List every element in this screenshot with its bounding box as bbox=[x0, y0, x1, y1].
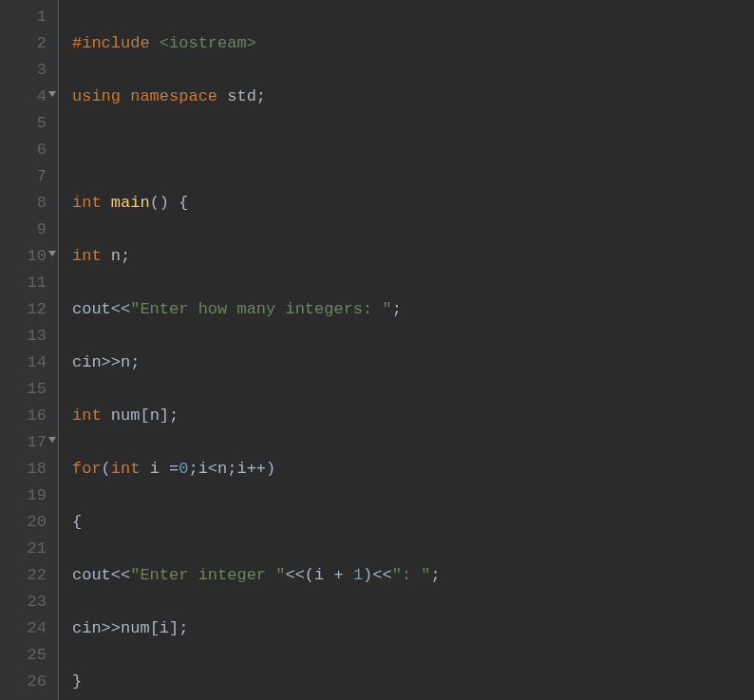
code-editor[interactable]: #include <iostream> using namespace std;… bbox=[59, 0, 754, 700]
line-number[interactable]: 13 bbox=[8, 323, 47, 350]
line-number[interactable]: 25 bbox=[8, 642, 47, 669]
line-number[interactable]: 2 bbox=[8, 30, 47, 57]
fold-marker-icon[interactable] bbox=[48, 437, 56, 443]
line-number[interactable]: 7 bbox=[8, 163, 47, 190]
code-line-8[interactable]: int num[n]; bbox=[72, 403, 754, 429]
code-line-1[interactable]: #include <iostream> bbox=[72, 30, 754, 57]
fold-marker-icon[interactable] bbox=[48, 251, 56, 256]
line-number[interactable]: 21 bbox=[8, 536, 47, 562]
line-number[interactable]: 11 bbox=[8, 270, 47, 296]
line-number[interactable]: 20 bbox=[8, 509, 47, 536]
code-line-4[interactable]: int main() { bbox=[72, 190, 754, 217]
line-number[interactable]: 5 bbox=[8, 110, 47, 137]
line-number[interactable]: 12 bbox=[8, 296, 47, 323]
line-number[interactable]: 8 bbox=[8, 190, 47, 217]
line-number[interactable]: 16 bbox=[8, 403, 47, 429]
line-number[interactable]: 3 bbox=[8, 57, 47, 84]
line-number[interactable]: 24 bbox=[8, 615, 47, 642]
line-number[interactable]: 15 bbox=[8, 376, 47, 403]
code-line-9[interactable]: for(int i =0;i<n;i++) bbox=[72, 456, 754, 482]
code-line-2[interactable]: using namespace std; bbox=[72, 84, 754, 110]
line-number[interactable]: 19 bbox=[8, 482, 47, 509]
code-line-13[interactable]: } bbox=[72, 669, 754, 695]
line-number[interactable]: 22 bbox=[8, 562, 47, 589]
line-gutter: 1 2 3 4 5 6 7 8 9 10 11 12 13 14 15 16 1… bbox=[0, 0, 59, 700]
line-number[interactable]: 6 bbox=[8, 137, 47, 163]
line-number[interactable]: 1 bbox=[8, 4, 47, 30]
line-number[interactable]: 10 bbox=[8, 243, 47, 270]
code-line-5[interactable]: int n; bbox=[72, 243, 754, 270]
code-line-12[interactable]: cin>>num[i]; bbox=[72, 615, 754, 642]
line-number[interactable]: 14 bbox=[8, 350, 47, 376]
line-number[interactable]: 18 bbox=[8, 456, 47, 482]
line-number[interactable]: 23 bbox=[8, 589, 47, 615]
line-number[interactable]: 26 bbox=[8, 669, 47, 695]
code-line-6[interactable]: cout<<"Enter how many integers: "; bbox=[72, 296, 754, 323]
code-line-10[interactable]: { bbox=[72, 509, 754, 536]
fold-marker-icon[interactable] bbox=[48, 91, 56, 97]
code-line-7[interactable]: cin>>n; bbox=[72, 350, 754, 376]
line-number[interactable]: 9 bbox=[8, 217, 47, 243]
code-line-3[interactable] bbox=[72, 137, 754, 163]
code-line-11[interactable]: cout<<"Enter integer "<<(i + 1)<<": "; bbox=[72, 562, 754, 589]
line-number[interactable]: 17 bbox=[8, 429, 47, 456]
line-number[interactable]: 4 bbox=[8, 84, 47, 110]
